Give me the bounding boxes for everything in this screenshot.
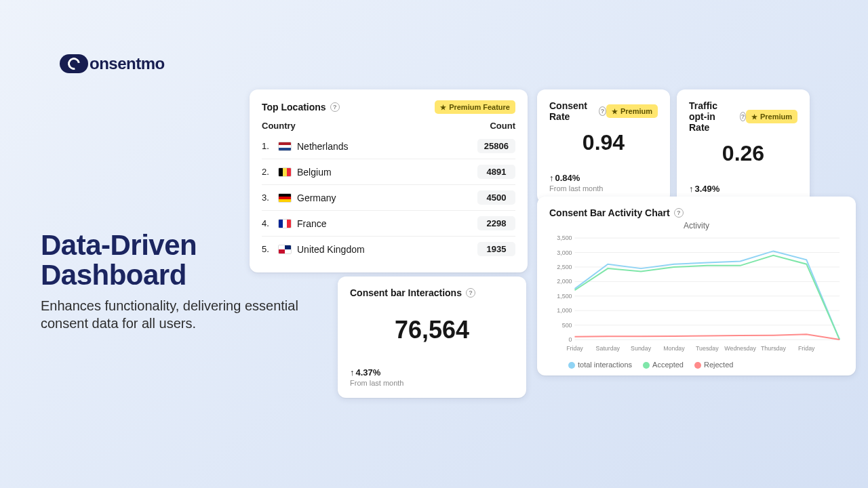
table-row: 1.Netherlands25806 [262, 134, 515, 159]
help-icon[interactable]: ? [599, 106, 606, 116]
premium-feature-badge: ★ Premium Feature [435, 100, 515, 114]
arrow-up-icon: ↑ [549, 173, 554, 183]
legend-rejected: Rejected [694, 361, 733, 369]
interactions-delta: ↑ 4.37% [350, 367, 514, 378]
row-country: United Kingdom [297, 244, 477, 255]
help-icon[interactable]: ? [674, 208, 684, 218]
flag-icon [278, 142, 292, 151]
arrow-up-icon: ↑ [350, 367, 355, 378]
svg-text:2,000: 2,000 [557, 278, 572, 285]
legend-total: total interactions [568, 361, 632, 369]
svg-text:Sunday: Sunday [631, 345, 652, 352]
premium-badge: ★ Premium [746, 110, 797, 123]
interactions-value: 76,564 [350, 316, 514, 344]
row-country: Germany [297, 192, 477, 203]
table-row: 2.Belgium4891 [262, 159, 515, 184]
premium-badge: ★ Premium [606, 104, 658, 118]
interactions-sub: From last month [350, 379, 514, 387]
flag-icon [278, 245, 292, 254]
optin-rate-delta: ↑ 3.49% [689, 184, 797, 194]
legend-accepted: Accepted [643, 361, 684, 369]
help-icon[interactable]: ? [466, 288, 475, 298]
activity-chart: 05001,0001,5002,0002,5003,0003,500Friday… [549, 232, 844, 357]
row-rank: 2. [262, 167, 278, 177]
flag-icon [278, 167, 292, 177]
activity-card: Consent Bar Activity Chart ? Activity 05… [537, 197, 856, 375]
svg-text:Saturday: Saturday [596, 345, 620, 352]
row-rank: 3. [262, 192, 278, 203]
table-row: 5.United Kingdom1935 [262, 236, 515, 262]
dot-icon [568, 362, 575, 369]
top-locations-rows: 1.Netherlands258062.Belgium48913.Germany… [262, 134, 515, 262]
row-rank: 1. [262, 141, 278, 151]
svg-text:500: 500 [562, 322, 572, 329]
row-count: 1935 [477, 242, 515, 256]
activity-title: Consent Bar Activity Chart [549, 207, 670, 218]
activity-chart-svg: 05001,0001,5002,0002,5003,0003,500Friday… [549, 232, 844, 357]
star-icon: ★ [612, 108, 618, 115]
top-locations-title: Top Locations [262, 102, 326, 113]
row-rank: 5. [262, 244, 278, 254]
flag-icon [278, 193, 292, 203]
logo-mark-icon [60, 54, 88, 73]
row-rank: 4. [262, 218, 278, 228]
activity-legend: total interactions Accepted Rejected [549, 361, 844, 369]
row-country: Netherlands [297, 141, 477, 152]
row-count: 2298 [477, 216, 515, 230]
optin-rate-title: Traffic opt-in Rate [689, 100, 736, 133]
svg-text:Friday: Friday [566, 345, 583, 352]
svg-text:Monday: Monday [663, 345, 685, 352]
row-count: 25806 [477, 139, 515, 153]
activity-chart-label: Activity [549, 221, 844, 230]
optin-rate-value: 0.26 [689, 141, 797, 166]
row-country: Belgium [297, 167, 477, 178]
svg-text:Wednesday: Wednesday [724, 345, 756, 352]
star-icon: ★ [751, 113, 757, 121]
svg-text:3,000: 3,000 [557, 249, 572, 256]
dot-icon [694, 362, 701, 369]
svg-text:3,500: 3,500 [557, 235, 572, 241]
optin-rate-card: Traffic opt-in Rate ? ★ Premium 0.26 ↑ 3… [677, 89, 810, 214]
col-head-country: Country [262, 121, 490, 131]
page-subtitle: Enhances functionality, delivering essen… [41, 297, 332, 332]
brand-logo: onsentmo [60, 54, 165, 73]
help-icon[interactable]: ? [330, 102, 340, 112]
table-row: 3.Germany4500 [262, 184, 515, 210]
svg-text:1,000: 1,000 [557, 307, 572, 314]
brand-name: onsentmo [90, 54, 165, 73]
svg-text:1,500: 1,500 [557, 293, 572, 300]
row-count: 4500 [477, 190, 515, 205]
row-country: France [297, 218, 477, 229]
interactions-card: Consent bar Interactions ? 76,564 ↑ 4.37… [338, 277, 526, 398]
row-count: 4891 [477, 165, 515, 179]
dot-icon [643, 362, 650, 369]
svg-text:2,500: 2,500 [557, 264, 572, 270]
arrow-up-icon: ↑ [689, 184, 694, 194]
svg-text:0: 0 [569, 336, 572, 343]
svg-text:Tuesday: Tuesday [696, 345, 719, 352]
table-row: 4.France2298 [262, 210, 515, 236]
consent-rate-card: Consent Rate ? ★ Premium 0.94 ↑ 0.84% Fr… [537, 89, 670, 203]
star-icon: ★ [440, 104, 446, 111]
consent-rate-value: 0.94 [549, 130, 658, 155]
consent-rate-sub: From last month [549, 184, 658, 192]
svg-text:Friday: Friday [798, 345, 815, 352]
top-locations-card: Top Locations ? ★ Premium Feature Countr… [250, 89, 528, 272]
flag-icon [278, 219, 292, 228]
col-head-count: Count [490, 121, 515, 131]
interactions-title: Consent bar Interactions [350, 287, 462, 298]
svg-text:Thursday: Thursday [761, 345, 787, 352]
help-icon[interactable]: ? [740, 112, 746, 121]
consent-rate-delta: ↑ 0.84% [549, 173, 658, 183]
consent-rate-title: Consent Rate [549, 100, 595, 122]
